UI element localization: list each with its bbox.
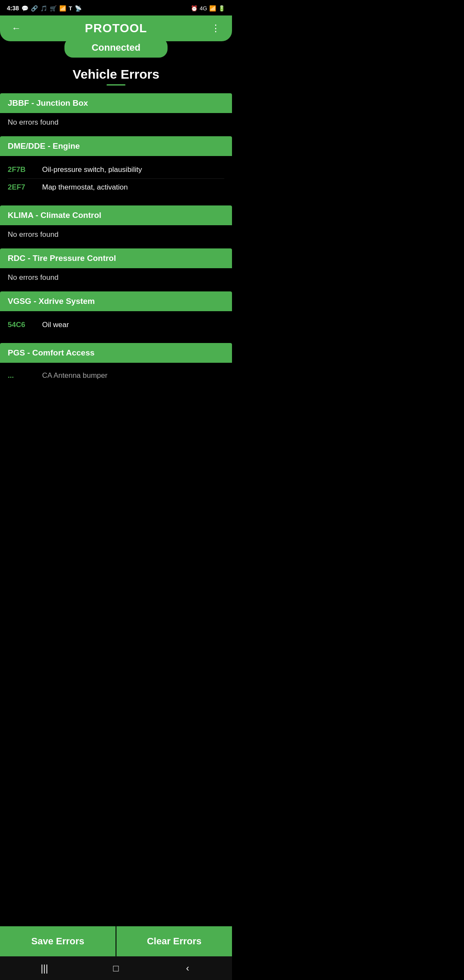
- section-rdc: RDC - Tire Pressure Control No errors fo…: [0, 248, 232, 289]
- error-desc: CA Antenna bumper: [42, 371, 107, 380]
- error-desc: Oil-pressure switch, plausibility: [42, 165, 142, 174]
- error-code: ...: [8, 371, 38, 380]
- data-icon: 4G: [200, 5, 207, 12]
- page-title-wrap: Vehicle Errors: [0, 67, 232, 86]
- no-errors-jbbf: No errors found: [8, 118, 224, 127]
- status-bar: 4:38 💬 🔗 🎵 🛒 📶 T 📡 ⏰ 4G 📶 🔋: [0, 0, 232, 15]
- section-body-dme: 2F7B Oil-pressure switch, plausibility 2…: [0, 156, 232, 203]
- section-pgs: PGS - Comfort Access ... CA Antenna bump…: [0, 343, 232, 387]
- wifi-icon: 📶: [59, 5, 66, 12]
- section-klima: KLIMA - Climate Control No errors found: [0, 205, 232, 246]
- section-body-rdc: No errors found: [0, 268, 232, 289]
- section-body-vgsg: 54C6 Oil wear: [0, 311, 232, 340]
- alarm-icon: ⏰: [191, 5, 198, 12]
- no-errors-klima: No errors found: [8, 230, 224, 239]
- no-errors-rdc: No errors found: [8, 273, 224, 282]
- extra-icon: 📡: [75, 5, 82, 12]
- link-icon: 🔗: [31, 5, 38, 12]
- menu-button[interactable]: ⋮: [208, 23, 223, 34]
- error-code: 2F7B: [8, 165, 38, 174]
- error-row: 2F7B Oil-pressure switch, plausibility: [8, 161, 224, 179]
- amazon-icon: 🛒: [50, 5, 57, 12]
- signal-icon: 📶: [209, 5, 216, 12]
- error-desc: Map thermostat, activation: [42, 183, 128, 192]
- section-header-rdc: RDC - Tire Pressure Control: [0, 248, 232, 268]
- section-body-klima: No errors found: [0, 225, 232, 246]
- error-desc: Oil wear: [42, 321, 69, 329]
- app-bar: ← PROTOOL ⋮: [0, 15, 232, 41]
- carrier-icon: T: [69, 5, 72, 12]
- section-body-pgs: ... CA Antenna bumper: [0, 363, 232, 387]
- music-icon: 🎵: [40, 5, 47, 12]
- battery-icon: 🔋: [218, 5, 225, 12]
- section-header-klima: KLIMA - Climate Control: [0, 205, 232, 225]
- messenger-icon: 💬: [21, 5, 28, 12]
- section-jbbf: JBBF - Junction Box No errors found: [0, 93, 232, 134]
- back-button[interactable]: ←: [9, 23, 24, 34]
- section-header-pgs: PGS - Comfort Access: [0, 343, 232, 363]
- error-row-partial: ... CA Antenna bumper: [8, 368, 224, 380]
- section-header-dme: DME/DDE - Engine: [0, 136, 232, 156]
- status-time: 4:38 💬 🔗 🎵 🛒 📶 T 📡: [7, 5, 82, 12]
- connected-badge: Connected: [64, 38, 168, 58]
- connected-badge-wrap: Connected: [0, 38, 232, 58]
- content-area: JBBF - Junction Box No errors found DME/…: [0, 89, 232, 445]
- error-code: 54C6: [8, 321, 38, 329]
- app-title: PROTOOL: [24, 21, 208, 35]
- page-title-underline: [107, 84, 125, 86]
- time-display: 4:38: [7, 5, 19, 12]
- error-row: 2EF7 Map thermostat, activation: [8, 179, 224, 196]
- section-header-jbbf: JBBF - Junction Box: [0, 93, 232, 113]
- section-header-vgsg: VGSG - Xdrive System: [0, 291, 232, 311]
- section-dme: DME/DDE - Engine 2F7B Oil-pressure switc…: [0, 136, 232, 203]
- section-body-jbbf: No errors found: [0, 113, 232, 134]
- error-row: 54C6 Oil wear: [8, 316, 224, 334]
- status-icons: ⏰ 4G 📶 🔋: [191, 5, 225, 12]
- error-code: 2EF7: [8, 183, 38, 192]
- section-vgsg: VGSG - Xdrive System 54C6 Oil wear: [0, 291, 232, 340]
- page-title: Vehicle Errors: [0, 67, 232, 82]
